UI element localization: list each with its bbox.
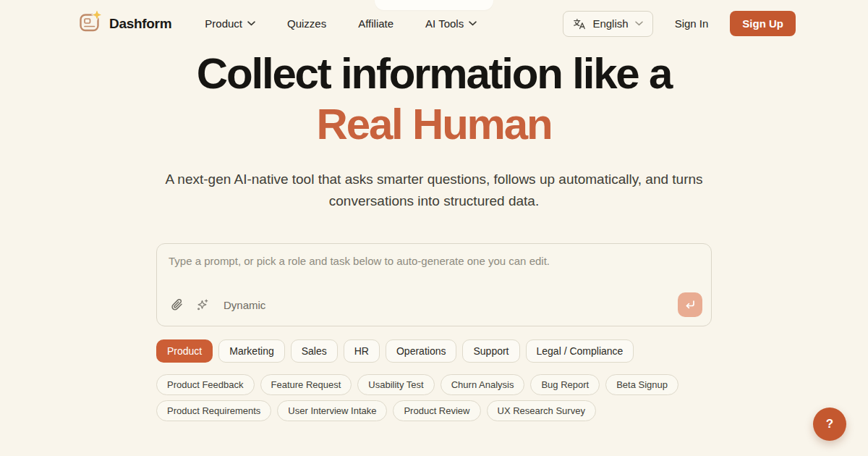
- nav-item-label: Product: [205, 17, 242, 30]
- nav-item-label: AI Tools: [425, 17, 464, 30]
- help-button[interactable]: ?: [813, 408, 846, 441]
- prompt-card: Dynamic: [156, 243, 712, 326]
- language-label: English: [592, 17, 628, 30]
- role-filter-row: ProductMarketingSalesHROperationsSupport…: [156, 339, 712, 363]
- hero-title-line1: Collect information like a: [0, 48, 868, 99]
- role-pill-product[interactable]: Product: [156, 339, 213, 363]
- role-pill-sales[interactable]: Sales: [291, 339, 338, 363]
- mode-label[interactable]: Dynamic: [224, 299, 265, 311]
- brand-logo[interactable]: Dashform: [78, 10, 171, 37]
- nav-item-ai-tools[interactable]: AI Tools: [425, 17, 477, 30]
- hero-section: Collect information like a Real Human A …: [0, 48, 868, 212]
- language-selector[interactable]: English: [563, 11, 652, 37]
- nav-item-label: Affiliate: [358, 17, 393, 30]
- task-pill-usability-test[interactable]: Usability Test: [357, 374, 434, 395]
- role-pill-hr[interactable]: HR: [344, 339, 380, 363]
- sign-up-button[interactable]: Sign Up: [730, 11, 796, 36]
- task-pill-feature-request[interactable]: Feature Request: [260, 374, 352, 395]
- role-pill-legal-compliance[interactable]: Legal / Compliance: [526, 339, 634, 363]
- task-pill-user-interview-intake[interactable]: User Interview Intake: [277, 400, 387, 421]
- chevron-down-icon: [247, 21, 255, 26]
- nav-item-label: Quizzes: [287, 17, 326, 30]
- submit-prompt-button[interactable]: [678, 292, 702, 317]
- nav-item-quizzes[interactable]: Quizzes: [287, 17, 326, 30]
- task-pill-bug-report[interactable]: Bug Report: [530, 374, 600, 395]
- paperclip-icon[interactable]: [170, 298, 184, 312]
- hero-title: Collect information like a Real Human: [0, 48, 868, 150]
- chevron-down-icon: [469, 21, 477, 26]
- role-pill-operations[interactable]: Operations: [386, 339, 456, 363]
- sign-in-link[interactable]: Sign In: [675, 17, 709, 30]
- role-pill-marketing[interactable]: Marketing: [218, 339, 284, 363]
- nav-item-affiliate[interactable]: Affiliate: [358, 17, 393, 30]
- prompt-input[interactable]: [157, 244, 711, 286]
- nav-item-product[interactable]: Product: [205, 17, 255, 30]
- task-pill-product-review[interactable]: Product Review: [393, 400, 480, 421]
- hero-subtitle: A next-gen AI-native tool that asks smar…: [159, 169, 709, 212]
- role-pill-support[interactable]: Support: [462, 339, 519, 363]
- task-suggestions: Product FeedbackFeature RequestUsability…: [156, 374, 712, 421]
- task-pill-product-feedback[interactable]: Product Feedback: [156, 374, 255, 395]
- task-row: Product RequirementsUser Interview Intak…: [156, 400, 712, 421]
- form-sparkle-icon: [78, 10, 102, 37]
- task-pill-beta-signup[interactable]: Beta Signup: [605, 374, 678, 395]
- prompt-toolbar: Dynamic: [170, 292, 702, 317]
- chevron-down-icon: [635, 21, 643, 26]
- sparkles-icon[interactable]: [195, 298, 209, 312]
- task-pill-product-requirements[interactable]: Product Requirements: [156, 400, 271, 421]
- return-icon: [684, 299, 696, 311]
- task-pill-churn-analysis[interactable]: Churn Analysis: [441, 374, 525, 395]
- task-row: Product FeedbackFeature RequestUsability…: [156, 374, 712, 395]
- task-pill-ux-research-survey[interactable]: UX Research Survey: [487, 400, 596, 421]
- main-nav: ProductQuizzesAffiliateAI Tools: [205, 17, 477, 30]
- header-actions: English Sign In Sign Up: [563, 11, 796, 37]
- brand-name: Dashform: [109, 16, 171, 32]
- hero-title-line2: Real Human: [0, 99, 868, 150]
- header: Dashform ProductQuizzesAffiliateAI Tools…: [0, 0, 868, 37]
- translate-icon: [573, 17, 586, 30]
